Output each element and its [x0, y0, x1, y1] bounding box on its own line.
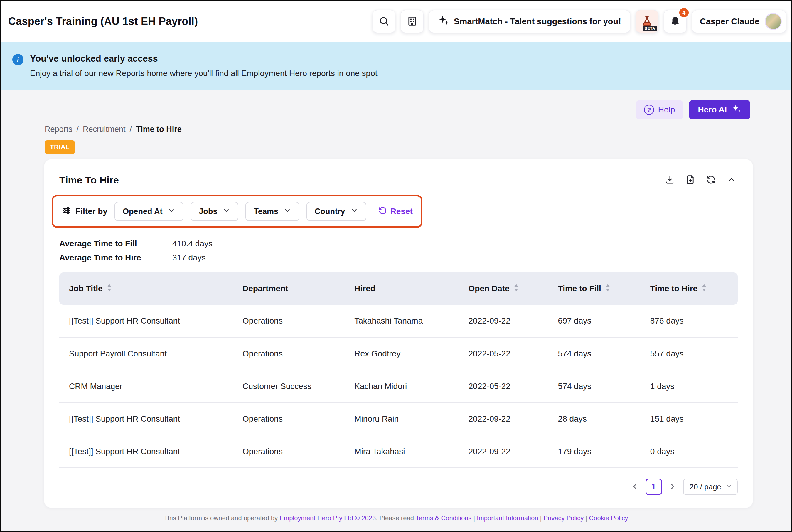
help-button[interactable]: ? Help: [636, 100, 683, 119]
cell-department: Operations: [243, 402, 354, 435]
sort-arrows-icon: [701, 284, 707, 294]
reset-filters-button[interactable]: Reset: [378, 206, 413, 217]
refresh-button[interactable]: [705, 174, 717, 186]
footer-link-cookie-policy[interactable]: Cookie Policy: [589, 514, 628, 522]
cell-open-date: 2022-05-22: [468, 370, 558, 402]
sparkle-icon: [732, 104, 741, 116]
column-header-time-to-fill[interactable]: Time to Fill: [558, 272, 650, 305]
footer-link-terms[interactable]: Terms & Conditions: [416, 514, 472, 522]
breadcrumb-recruitment[interactable]: Recruitment: [83, 125, 125, 134]
chevron-down-icon: [350, 207, 358, 216]
cell-department: Customer Success: [243, 370, 354, 402]
cell-time-to-hire: 0 days: [650, 435, 738, 468]
notification-count-badge: 4: [678, 7, 690, 19]
cell-job-title: Support Payroll Consultant: [59, 337, 243, 370]
cell-open-date: 2022-05-22: [468, 337, 558, 370]
collapse-button[interactable]: [726, 174, 738, 186]
pagination-next-button[interactable]: [669, 482, 677, 492]
smartmatch-label: SmartMatch - Talent suggestions for you!: [454, 17, 621, 26]
cell-time-to-hire: 876 days: [650, 305, 738, 337]
table-header-row: Job Title Department Hired Open Date T: [59, 272, 738, 305]
filter-opened-at-dropdown[interactable]: Opened At: [115, 202, 184, 221]
column-header-open-date[interactable]: Open Date: [468, 272, 558, 305]
building-icon: [407, 16, 418, 27]
beta-lab-button[interactable]: BETA: [636, 10, 658, 33]
footer-separator: |: [473, 514, 475, 522]
breadcrumb-reports[interactable]: Reports: [45, 125, 73, 134]
hero-ai-button[interactable]: Hero AI: [689, 100, 750, 119]
card-actions: [664, 174, 738, 186]
cell-hired: Kachan Midori: [354, 370, 468, 402]
filter-teams-dropdown[interactable]: Teams: [246, 202, 300, 221]
banner-title: You've unlocked early access: [30, 53, 377, 64]
column-header-hired: Hired: [354, 272, 468, 305]
breadcrumb-separator: /: [77, 125, 79, 134]
cell-time-to-hire: 151 days: [650, 402, 738, 435]
filter-jobs-dropdown[interactable]: Jobs: [191, 202, 238, 221]
user-menu-button[interactable]: Casper Claude: [692, 10, 786, 33]
cell-time-to-fill: 28 days: [558, 402, 650, 435]
cell-hired: Takahashi Tanama: [354, 305, 468, 337]
cell-job-title: CRM Manager: [59, 370, 243, 402]
bell-icon: [670, 16, 680, 27]
table-row: [[Test]] Support HR Consultant Operation…: [59, 402, 738, 435]
pagination-prev-button[interactable]: [631, 482, 639, 492]
cell-time-to-fill: 179 days: [558, 435, 650, 468]
chevron-down-icon: [168, 207, 175, 216]
column-header-department: Department: [243, 272, 354, 305]
download-button[interactable]: [664, 174, 676, 186]
app-header: Casper's Training (AU 1st EH Payroll) Sm…: [1, 1, 791, 42]
column-header-time-to-hire[interactable]: Time to Hire: [650, 272, 738, 305]
cell-open-date: 2022-09-22: [468, 305, 558, 337]
hero-ai-label: Hero AI: [698, 105, 727, 114]
filter-bar-highlight: Filter by Opened At Jobs Teams Country: [52, 195, 422, 228]
early-access-banner: i You've unlocked early access Enjoy a t…: [1, 42, 791, 90]
breadcrumb-current: Time to Hire: [136, 125, 182, 134]
cell-hired: Rex Godfrey: [354, 337, 468, 370]
footer-text: . Please read: [376, 514, 414, 522]
chevron-right-icon: [669, 482, 677, 492]
cell-hired: Minoru Rain: [354, 402, 468, 435]
cell-job-title: [[Test]] Support HR Consultant: [59, 305, 243, 337]
avg-time-to-hire-value: 317 days: [172, 253, 738, 263]
help-label: Help: [658, 105, 675, 114]
footer-text: This Platform is owned and operated by: [164, 514, 278, 522]
cell-hired: Mira Takahasi: [354, 435, 468, 468]
refresh-icon: [706, 175, 716, 186]
filter-country-dropdown[interactable]: Country: [307, 202, 366, 221]
pagination-current-page[interactable]: 1: [645, 479, 662, 495]
smartmatch-button[interactable]: SmartMatch - Talent suggestions for you!: [429, 10, 630, 33]
header-actions: SmartMatch - Talent suggestions for you!…: [372, 10, 786, 33]
info-icon: i: [12, 54, 23, 65]
export-file-icon: [685, 175, 695, 186]
cell-time-to-fill: 574 days: [558, 337, 650, 370]
trial-badge: TRIAL: [45, 140, 75, 154]
breadcrumb-separator: /: [130, 125, 132, 134]
cell-time-to-fill: 574 days: [558, 370, 650, 402]
chevron-left-icon: [631, 482, 639, 492]
question-circle-icon: ?: [644, 105, 654, 115]
footer-company-link[interactable]: Employment Hero Pty Ltd © 2023: [279, 514, 376, 522]
sort-arrows-icon: [605, 284, 610, 294]
column-header-job-title[interactable]: Job Title: [59, 272, 243, 305]
footer: This Platform is owned and operated by E…: [1, 514, 791, 522]
export-file-button[interactable]: [684, 174, 697, 186]
organization-button[interactable]: [401, 10, 424, 33]
footer-link-privacy-policy[interactable]: Privacy Policy: [543, 514, 584, 522]
search-button[interactable]: [372, 10, 395, 33]
filter-by-label: Filter by: [61, 206, 108, 217]
user-name: Casper Claude: [700, 17, 759, 26]
cell-job-title: [[Test]] Support HR Consultant: [59, 402, 243, 435]
avg-time-to-fill-label: Average Time to Fill: [59, 239, 172, 248]
notifications-button[interactable]: 4: [664, 10, 687, 33]
table-row: CRM Manager Customer Success Kachan Mido…: [59, 370, 738, 402]
cell-job-title: [[Test]] Support HR Consultant: [59, 435, 243, 468]
banner-subtitle: Enjoy a trial of our new Reports home wh…: [30, 69, 377, 78]
trial-badge-row: TRIAL: [45, 140, 791, 154]
cell-department: Operations: [243, 337, 354, 370]
footer-link-important-information[interactable]: Important Information: [477, 514, 538, 522]
pagination: 1 20 / page: [59, 479, 738, 495]
page-size-select[interactable]: 20 / page: [683, 479, 738, 495]
cell-department: Operations: [243, 305, 354, 337]
filter-sliders-icon: [61, 206, 71, 217]
